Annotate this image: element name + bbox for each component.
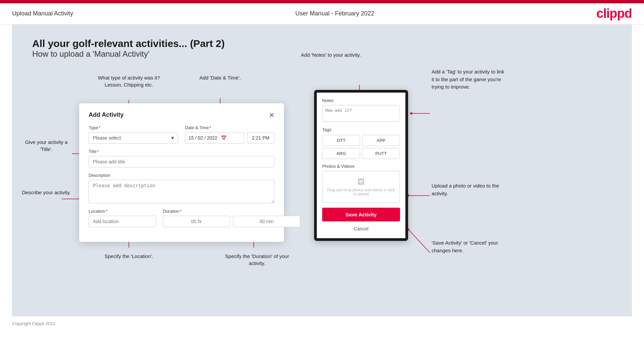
tag-putt[interactable]: PUTT [362, 148, 400, 159]
tag-app[interactable]: APP [362, 135, 400, 146]
heading-primary: All your golf-relevant activities... (Pa… [32, 38, 612, 49]
footer: Copyright Clippd 2021 [0, 316, 644, 331]
callout-tags: Add a 'Tag' to your activity to link it … [432, 68, 505, 91]
dialog-header: Add Activity ✕ [89, 111, 275, 118]
page-title: Upload Manual Activity [12, 10, 73, 17]
date-time-group: 15 / 02 / 2022 📅 2:21 PM [185, 132, 275, 144]
form-row-type-datetime: Type* Please select ▼ Date & Time* [89, 125, 275, 144]
form-row-location-duration: Location* Duration* [89, 209, 275, 227]
svg-line-22 [408, 229, 430, 253]
date-value: 15 / 02 / 2022 [189, 135, 217, 141]
save-activity-button[interactable]: Save Activity [322, 208, 400, 221]
datetime-label: Date & Time* [185, 125, 275, 130]
time-value: 2:21 PM [252, 135, 269, 141]
date-input[interactable]: 15 / 02 / 2022 📅 [185, 132, 244, 144]
callout-duration: Specify the 'Duration' of your activity. [220, 253, 294, 267]
notes-section-label: Notes [322, 98, 400, 103]
add-activity-dialog: Add Activity ✕ Type* Please select ▼ [79, 103, 284, 242]
datetime-group: Date & Time* 15 / 02 / 2022 📅 2:21 PM [185, 125, 275, 144]
duration-label: Duration* [163, 209, 300, 214]
type-group: Type* Please select ▼ [89, 125, 178, 144]
manual-subtitle: User Manual - February 2022 [295, 10, 374, 17]
phone-mockup: Notes Tags OTT APP ARG PUTT Photos & Vid… [314, 90, 408, 241]
photo-icon: 🖼 [326, 178, 396, 187]
phone-content: Notes Tags OTT APP ARG PUTT Photos & Vid… [317, 93, 405, 238]
callout-date-time: Add 'Date & Time'. [190, 74, 250, 81]
callout-give-title: Give your activity a 'Title'. [19, 139, 73, 153]
form-row-title: Title* [89, 149, 275, 167]
logo: clippd [596, 6, 632, 21]
phone-panel: Notes Tags OTT APP ARG PUTT Photos & Vid… [314, 90, 408, 241]
main-content: All your golf-relevant activities... (Pa… [12, 24, 632, 316]
location-input[interactable] [89, 216, 156, 227]
description-input[interactable] [89, 180, 275, 203]
copyright-text: Copyright Clippd 2021 [12, 321, 55, 326]
title-group: Title* [89, 149, 275, 167]
description-group: Description [89, 173, 275, 203]
callout-location: Specify the 'Location'. [95, 253, 162, 260]
photos-drop-zone[interactable]: 🖼 Drag and Drop photos and videos or cli… [322, 171, 400, 203]
tags-grid: OTT APP ARG PUTT [322, 135, 400, 159]
tag-ott[interactable]: OTT [322, 135, 360, 146]
top-bar: Upload Manual Activity User Manual - Feb… [0, 2, 644, 24]
calendar-icon: 📅 [221, 135, 227, 141]
callout-upload: Upload a photo or video to the activity. [432, 182, 505, 197]
duration-inputs [163, 216, 300, 227]
form-row-description: Description [89, 173, 275, 203]
callout-notes: Add 'Notes' to your activity. [294, 51, 368, 58]
type-select[interactable]: Please select [89, 132, 178, 144]
duration-hr-input[interactable] [163, 216, 230, 227]
description-label: Description [89, 173, 275, 178]
svg-marker-19 [409, 112, 412, 115]
photos-hint: Drag and Drop photos and videos or click… [326, 188, 396, 196]
cancel-link[interactable]: Cancel [322, 225, 400, 233]
location-label: Location* [89, 209, 156, 214]
dialog-close-button[interactable]: ✕ [269, 112, 275, 118]
callout-save: 'Save Activity' or 'Cancel' your changes… [432, 239, 505, 254]
callout-describe: Describe your activity. [19, 189, 73, 196]
dialog-title: Add Activity [89, 111, 123, 118]
duration-group: Duration* [163, 209, 300, 227]
duration-min-input[interactable] [233, 216, 300, 227]
type-select-wrapper: Please select ▼ [89, 132, 178, 144]
notes-textarea[interactable] [322, 105, 400, 122]
dialog-wrapper: Add Activity ✕ Type* Please select ▼ [79, 103, 284, 242]
title-label: Title* [89, 149, 275, 154]
location-group: Location* [89, 209, 156, 227]
photos-label: Photos & Videos [322, 164, 400, 169]
title-input[interactable] [89, 156, 275, 167]
tags-section-label: Tags [322, 127, 400, 132]
callout-activity-type: What type of activity was it? Lesson, Ch… [95, 74, 162, 88]
tag-arg[interactable]: ARG [322, 148, 360, 159]
time-input[interactable]: 2:21 PM [247, 132, 275, 144]
type-label: Type* [89, 125, 178, 130]
